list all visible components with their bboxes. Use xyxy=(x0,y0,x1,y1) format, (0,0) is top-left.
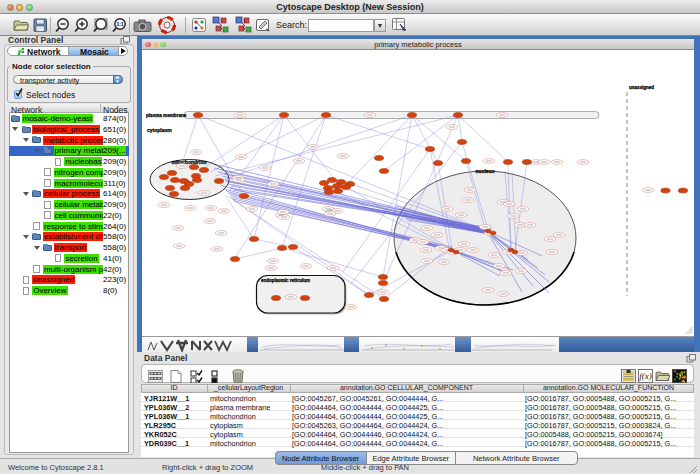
svg-text:1:1: 1:1 xyxy=(116,21,123,27)
svg-text:plasma membrane: plasma membrane xyxy=(146,113,187,118)
svg-text:mitochondrion: mitochondrion xyxy=(172,159,207,165)
svg-text:cytoplasm: cytoplasm xyxy=(147,127,172,133)
svg-text:f(x): f(x) xyxy=(639,371,652,381)
svg-text:unassigned: unassigned xyxy=(629,85,654,90)
svg-text:nucleus: nucleus xyxy=(476,168,495,174)
svg-text:endoplasmic reticulum: endoplasmic reticulum xyxy=(261,278,310,283)
